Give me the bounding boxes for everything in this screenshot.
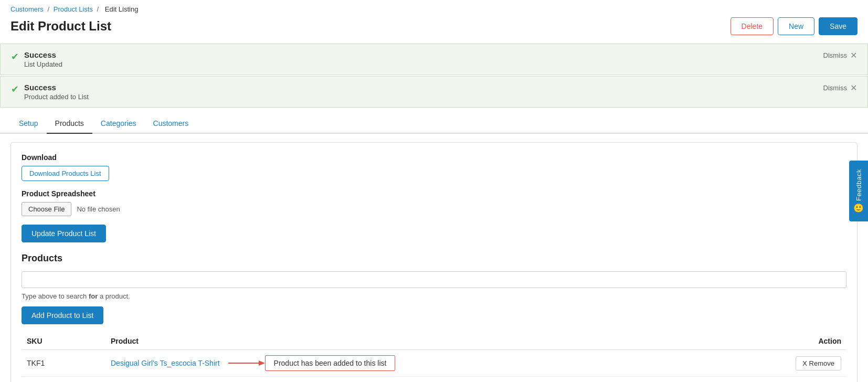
close-icon-1[interactable]: ✕ [850, 50, 857, 60]
alert-success-2: ✔ Success Product added to List Dismiss … [0, 76, 868, 108]
breadcrumb-current: Edit Listing [105, 5, 139, 13]
annotation-arrow [228, 359, 265, 367]
alert-1-dismiss[interactable]: Dismiss ✕ [823, 50, 858, 60]
alert-2-dismiss[interactable]: Dismiss ✕ [823, 83, 858, 93]
alert-success-1: ✔ Success List Updated Dismiss ✕ [0, 44, 868, 75]
tab-categories[interactable]: Categories [92, 114, 145, 134]
tab-setup[interactable]: Setup [10, 114, 47, 134]
product-sku: TKF1 [22, 350, 105, 377]
alert-2-subtitle: Product added to List [24, 93, 89, 101]
main-content: Download Download Products List Product … [0, 134, 868, 382]
alert-1-title: Success [24, 50, 62, 59]
feedback-button[interactable]: Feedback 🙂 [849, 161, 868, 221]
product-search-input[interactable] [22, 271, 846, 288]
product-name-link[interactable]: Desigual Girl's Ts_escocia T-Shirt [111, 359, 220, 367]
tab-customers[interactable]: Customers [145, 114, 197, 134]
save-button[interactable]: Save [819, 17, 858, 35]
breadcrumb-customers-link[interactable]: Customers [10, 5, 44, 13]
new-button[interactable]: New [778, 17, 814, 35]
delete-button[interactable]: Delete [731, 17, 774, 35]
spreadsheet-section: Product Spreadsheet Choose File No file … [22, 189, 846, 216]
breadcrumb-product-lists-link[interactable]: Product Lists [54, 5, 93, 13]
success-icon-2: ✔ [11, 83, 19, 95]
arrow-svg [228, 359, 265, 367]
header-actions: Delete New Save [731, 17, 858, 35]
page-title: Edit Product List [10, 19, 111, 34]
svg-marker-1 [259, 360, 265, 366]
success-icon-1: ✔ [11, 51, 19, 62]
download-section: Download Download Products List [22, 153, 846, 181]
no-file-text: No file chosen [77, 205, 120, 213]
add-product-to-list-button[interactable]: Add Product to List [22, 306, 103, 324]
feedback-emoji-icon: 🙂 [853, 203, 864, 213]
table-col-action: Action [773, 333, 846, 350]
spreadsheet-label: Product Spreadsheet [22, 189, 846, 198]
download-label: Download [22, 153, 846, 162]
close-icon-2[interactable]: ✕ [850, 83, 857, 93]
annotation-box: Product has been added to this list [265, 355, 396, 371]
table-col-product: Product [105, 333, 773, 350]
file-input-wrapper: Choose File No file chosen [22, 202, 846, 216]
products-table: SKU Product Action TKF1 Desigual Girl's … [22, 333, 846, 377]
table-col-sku: SKU [22, 333, 105, 350]
feedback-label: Feedback [855, 169, 863, 201]
products-tab-content: Download Download Products List Product … [10, 142, 858, 382]
alert-2-title: Success [24, 83, 89, 92]
remove-button[interactable]: X Remove [796, 356, 841, 370]
tabs-bar: Setup Products Categories Customers [0, 114, 868, 134]
products-section: Products Type above to search for a prod… [22, 253, 846, 377]
breadcrumb: Customers / Product Lists / Edit Listing [0, 0, 868, 15]
page-header: Edit Product List Delete New Save [0, 15, 868, 44]
tab-products[interactable]: Products [47, 114, 92, 134]
product-action-cell: X Remove [773, 350, 846, 377]
products-section-title: Products [22, 253, 846, 264]
alert-1-subtitle: List Updated [24, 60, 62, 68]
product-name-cell: Desigual Girl's Ts_escocia T-Shirt Pr [105, 350, 773, 377]
update-product-list-button[interactable]: Update Product List [22, 225, 106, 242]
search-hint: Type above to search for a product. [22, 292, 846, 300]
table-row: TKF1 Desigual Girl's Ts_escocia T-Shirt [22, 350, 846, 377]
download-products-list-button[interactable]: Download Products List [22, 166, 109, 181]
choose-file-button[interactable]: Choose File [22, 202, 71, 216]
